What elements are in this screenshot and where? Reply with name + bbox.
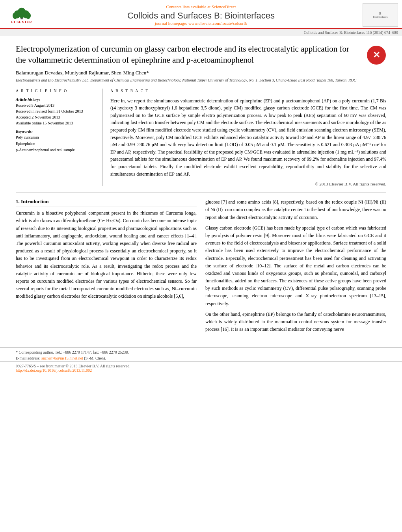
article-title-section: Electropolymerization of curcumin on gla… xyxy=(16,43,386,66)
article-history-group: Article history: Received 5 August 2013 … xyxy=(16,97,97,126)
main-content: Electropolymerization of curcumin on gla… xyxy=(0,36,402,343)
footer-issn: 0927-7765/$ – see front matter © 2013 El… xyxy=(16,364,386,368)
keywords-list: Poly curcumin Epinephrine p-Acetoaminoph… xyxy=(16,134,97,153)
homepage-label: journal homepage: xyxy=(155,21,187,26)
keywords-label: Keywords: xyxy=(16,129,97,133)
body-col-left: 1. Introduction Curcumin is a bioactive … xyxy=(16,198,197,336)
intro-heading: 1. Introduction xyxy=(16,198,197,206)
copyright: © 2013 Elsevier B.V. All rights reserved… xyxy=(110,182,386,186)
abstract-title: A B S T R A C T xyxy=(110,89,386,94)
article-info-title: A R T I C L E I N F O xyxy=(16,89,97,94)
available-date: Available online 15 November 2013 xyxy=(16,120,97,126)
journal-main-title: Colloids and Surfaces B: Biointerfaces xyxy=(39,11,363,21)
article-title: Electropolymerization of curcumin on gla… xyxy=(16,43,367,66)
body-col-right: glucose [7] and some amino acids [8], re… xyxy=(205,198,386,336)
sciencedirect-line: Contents lists available at ScienceDirec… xyxy=(39,4,363,9)
authors: Balamurugan Devadas, Muniyandi Rajkumar,… xyxy=(16,70,386,76)
sciencedirect-link-text[interactable]: ScienceDirect xyxy=(212,4,236,9)
footer: 0927-7765/$ – see front matter © 2013 El… xyxy=(0,361,402,375)
svg-point-5 xyxy=(26,12,31,19)
journal-title-block: Contents lists available at ScienceDirec… xyxy=(39,4,363,26)
footnote-email-line: E-mail address: snchen78@ms15.hinet.net … xyxy=(16,355,386,361)
crossmark-icon: ✕ xyxy=(367,45,386,65)
keyword-2: Epinephrine xyxy=(16,141,97,147)
crossmark-badge[interactable]: ✕ xyxy=(367,45,386,65)
intro-para-2: glucose [7] and some amino acids [8], re… xyxy=(205,198,386,221)
intro-para-1: Curcumin is a bioactive polyphenol compo… xyxy=(16,209,197,300)
received-date: Received 5 August 2013 xyxy=(16,102,97,108)
elsevier-tree-icon xyxy=(10,6,34,20)
intro-para-3: Glassy carbon electrode (GCE) has been m… xyxy=(205,224,386,308)
footnote-email[interactable]: snchen78@ms15.hinet.net xyxy=(41,356,83,360)
journal-header: ELSEVIER Contents lists available at Sci… xyxy=(0,0,402,29)
footnote-name: (S.-M. Chen). xyxy=(84,356,106,360)
journal-logo-right: B Biointerfaces xyxy=(363,3,398,27)
article-history-label: Article history: xyxy=(16,97,97,102)
journal-homepage-line: journal homepage: www.elsevier.com/locat… xyxy=(39,21,363,26)
footer-doi[interactable]: http://dx.doi.org/10.1016/j.colsurfb.201… xyxy=(16,368,386,373)
received-revised-date: Received in revised form 31 October 2013 xyxy=(16,108,97,114)
article-info-column: A R T I C L E I N F O Article history: R… xyxy=(16,89,102,187)
affiliations: Electroanalysis and Bio Electrochemistry… xyxy=(16,78,386,83)
accepted-date: Accepted 2 November 2013 xyxy=(16,114,97,120)
keyword-3: p-Acetoaminophenol and real sample xyxy=(16,147,97,153)
svg-point-4 xyxy=(13,12,18,19)
keywords-group: Keywords: Poly curcumin Epinephrine p-Ac… xyxy=(16,129,97,153)
intro-para-4: On the other hand, epinephrine (EP) belo… xyxy=(205,311,386,334)
body-columns: 1. Introduction Curcumin is a bioactive … xyxy=(16,198,386,336)
homepage-url[interactable]: www.elsevier.com/locate/colsurfb xyxy=(188,21,248,26)
journal-ref: Colloids and Surfaces B: Biointerfaces 1… xyxy=(304,30,398,35)
footnote-star-line: * Corresponding author. Tel.: +886 2270 … xyxy=(16,349,386,355)
article-header-bar: Colloids and Surfaces B: Biointerfaces 1… xyxy=(0,29,402,36)
section-divider xyxy=(16,193,386,193)
contents-text: Contents lists available at xyxy=(166,4,210,9)
svg-text:✕: ✕ xyxy=(373,50,380,60)
footnote-email-label: E-mail address: xyxy=(16,356,40,360)
keyword-1: Poly curcumin xyxy=(16,134,97,141)
article-info-abstract-columns: A R T I C L E I N F O Article history: R… xyxy=(16,89,386,187)
elsevier-text: ELSEVIER xyxy=(11,20,32,24)
abstract-text: Here in, we report the simultaneous volt… xyxy=(110,97,386,178)
footnote-section: * Corresponding author. Tel.: +886 2270 … xyxy=(0,347,402,361)
abstract-column: A B S T R A C T Here in, we report the s… xyxy=(110,89,386,187)
elsevier-logo: ELSEVIER xyxy=(4,5,39,25)
